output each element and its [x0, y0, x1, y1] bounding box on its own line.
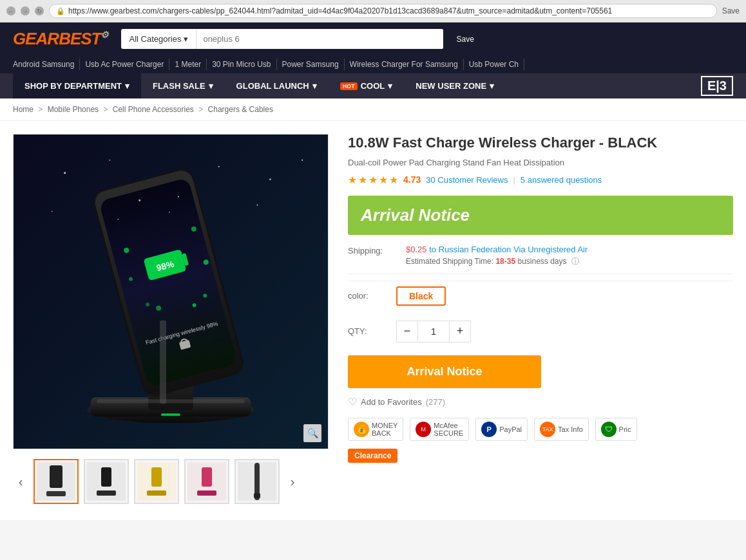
svg-rect-39	[97, 490, 116, 496]
qty-input[interactable]	[417, 321, 450, 342]
thumb-2-image	[87, 462, 126, 501]
svg-rect-45	[197, 490, 216, 496]
svg-point-4	[218, 166, 220, 167]
tax-info-badge[interactable]: TAX Tax Info	[534, 418, 589, 441]
quick-link-power-samsung[interactable]: Power Samsung	[277, 59, 345, 70]
quick-link-usb-power[interactable]: Usb Power Ch	[464, 59, 524, 70]
thumbnail-3[interactable]	[134, 459, 179, 504]
global-launch-nav[interactable]: GLOBAL LAUNCH ▾	[225, 73, 329, 98]
breadcrumb-mobile-phones[interactable]: Mobile Phones	[48, 105, 99, 114]
arrival-notice-banner: Arrival Notice	[348, 196, 733, 235]
thumbnail-1[interactable]	[33, 459, 79, 504]
thumb-4-image	[187, 462, 226, 501]
breadcrumb-chargers-cables[interactable]: Chargers & Cables	[208, 105, 273, 114]
thumbnail-4[interactable]	[184, 459, 229, 504]
product-images-section: 98% Fast charging wirelessly 98%	[13, 134, 329, 507]
chevron-down-icon: ▾	[125, 81, 129, 91]
nav-eb-logo: E|3	[701, 73, 733, 98]
qa-link[interactable]: 5 answered questions	[521, 175, 602, 185]
product-details-section: 10.8W Fast Charge Wireless Charger - BLA…	[341, 134, 733, 507]
thumbnail-2[interactable]	[84, 459, 129, 504]
save-button[interactable]: Save	[722, 6, 740, 15]
zoom-icon[interactable]: 🔍	[303, 424, 321, 442]
cool-label: COOL	[361, 81, 385, 91]
logo[interactable]: GEARBEST⚙	[13, 29, 108, 49]
shipping-info-icon[interactable]: ⓘ	[571, 257, 579, 266]
qty-label: QTY:	[348, 326, 387, 336]
color-black-button[interactable]: Black	[396, 286, 446, 306]
logo-text: GEARBEST	[13, 29, 100, 48]
qty-minus-button[interactable]: −	[397, 321, 417, 342]
thumbnail-5[interactable]	[234, 459, 280, 504]
star-4: ★	[379, 174, 388, 186]
qty-plus-button[interactable]: +	[450, 321, 470, 342]
svg-point-2	[109, 160, 110, 161]
money-back-icon: 💰	[354, 422, 369, 437]
global-launch-label: GLOBAL LAUNCH	[236, 81, 309, 91]
shipping-days: 18-35	[495, 257, 515, 266]
svg-rect-33	[161, 413, 180, 416]
eb-logo-text: E|3	[701, 76, 733, 96]
thumb-3-image	[137, 462, 176, 501]
cool-nav[interactable]: HOT COOL ▾	[329, 73, 405, 98]
breadcrumb-sep-3: >	[198, 105, 205, 114]
url-text: https://www.gearbest.com/chargers-cables…	[68, 6, 612, 15]
shipping-destination-link[interactable]: to Russian Federation Via Unregistered A…	[429, 245, 588, 254]
separator: |	[513, 175, 515, 185]
breadcrumb: Home > Mobile Phones > Cell Phone Access…	[0, 98, 746, 121]
search-input[interactable]	[196, 29, 443, 49]
estimated-shipping-label: Estimated Shipping Time:	[406, 257, 493, 266]
reviews-count: 30	[426, 175, 435, 185]
thumb-5-image	[238, 462, 276, 501]
add-to-favorites-row[interactable]: ♡ Add to Favorites (277)	[348, 396, 733, 408]
product-image-svg: 98% Fast charging wirelessly 98%	[14, 134, 328, 449]
price-label: Pric	[619, 425, 631, 433]
new-user-zone-nav[interactable]: NEW USER ZONE ▾	[404, 73, 506, 98]
category-dropdown[interactable]: All Categories ▾	[121, 29, 196, 49]
quick-link-usb-ac[interactable]: Usb Ac Power Charger	[80, 59, 169, 70]
chevron-down-icon: ▾	[388, 81, 392, 91]
top-save-link[interactable]: Save	[456, 35, 473, 44]
thumb-1-image	[37, 462, 75, 501]
shop-by-department-nav[interactable]: SHOP BY DEPARTMENT ▾	[13, 73, 141, 98]
flash-sale-label: FLASH SALE	[153, 81, 206, 91]
quick-link-30pin[interactable]: 30 Pin Micro Usb	[207, 59, 276, 70]
breadcrumb-cell-accessories[interactable]: Cell Phone Accessories	[113, 105, 194, 114]
star-half: ★	[389, 174, 398, 186]
color-option-row: color: Black	[348, 281, 733, 311]
browser-chrome: ← → ↻ 🔒 https://www.gearbest.com/charger…	[0, 0, 746, 23]
customer-reviews-link[interactable]: 30 Customer Reviews	[426, 175, 508, 185]
svg-rect-44	[202, 467, 212, 487]
flash-sale-nav[interactable]: FLASH SALE ▾	[141, 73, 225, 98]
tax-icon: TAX	[540, 422, 555, 437]
thumbnails-next-button[interactable]: ›	[285, 474, 300, 489]
thumbnails-prev-button[interactable]: ‹	[13, 474, 28, 489]
clearance-badge[interactable]: Clearance	[348, 449, 397, 463]
product-subtitle: Dual-coil Power Pad Charging Stand Fan H…	[348, 158, 733, 167]
quick-links-bar: Android Samsung Usb Ac Power Charger 1 M…	[0, 55, 746, 73]
add-to-favorites-label: Add to Favorites	[361, 397, 422, 407]
money-back-badge: 💰 MONEYBACK	[348, 418, 403, 441]
star-1: ★	[348, 174, 357, 186]
svg-point-7	[52, 211, 53, 212]
money-back-label: MONEYBACK	[372, 422, 397, 437]
star-2: ★	[358, 174, 367, 186]
paypal-icon: P	[481, 422, 497, 437]
shipping-time-row: Estimated Shipping Time: 18-35 business …	[406, 256, 733, 267]
star-rating: ★ ★ ★ ★ ★	[348, 174, 398, 186]
quick-link-wireless[interactable]: Wireless Charger For Samsung	[345, 59, 464, 70]
thumbnails-row: ‹	[13, 456, 329, 507]
back-button[interactable]: ←	[6, 6, 15, 15]
quick-link-1meter[interactable]: 1 Meter	[169, 59, 207, 70]
forward-button[interactable]: →	[21, 6, 30, 15]
shipping-info: $0.25 to Russian Federation Via Unregist…	[406, 245, 733, 267]
paypal-badge: P PayPal	[475, 418, 528, 441]
qa-count: 5	[521, 175, 525, 185]
arrival-notice-button[interactable]: Arrival Notice	[348, 355, 541, 388]
header: GEARBEST⚙ All Categories ▾ Save	[0, 23, 746, 55]
lock-icon: 🔒	[56, 7, 65, 15]
breadcrumb-home[interactable]: Home	[13, 105, 33, 114]
reload-button[interactable]: ↻	[35, 6, 44, 15]
url-bar[interactable]: 🔒 https://www.gearbest.com/chargers-cabl…	[49, 4, 717, 18]
quick-link-android-samsung[interactable]: Android Samsung	[13, 59, 80, 70]
